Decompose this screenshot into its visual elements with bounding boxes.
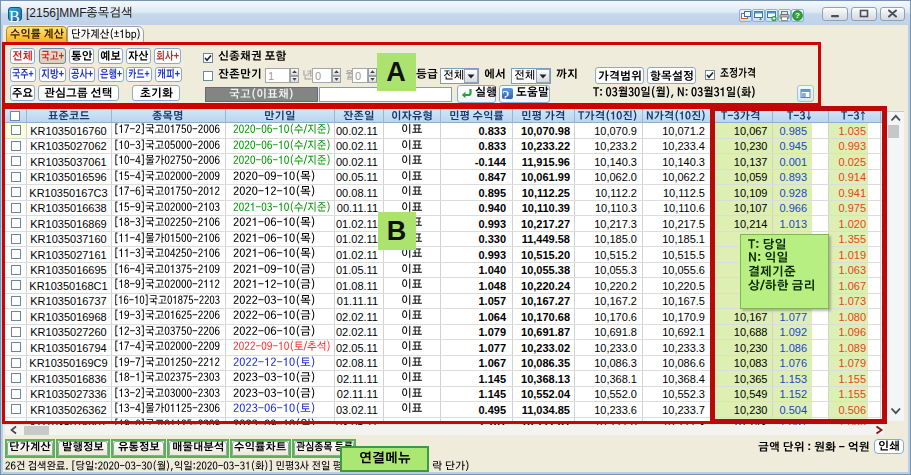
svg-text:?: ? <box>795 11 800 20</box>
